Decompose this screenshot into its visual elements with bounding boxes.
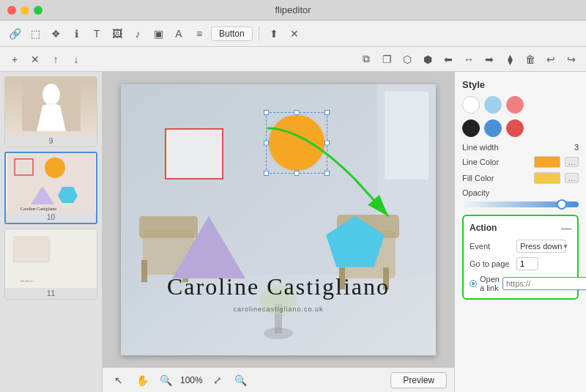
copy-icon[interactable]: ⧉: [357, 51, 375, 68]
event-row: Event Press down Press up Mouse over: [470, 240, 571, 253]
window-controls[interactable]: [7, 6, 42, 15]
cursor-tool[interactable]: ↖: [110, 371, 127, 389]
text-icon[interactable]: T: [88, 25, 105, 42]
preview-button[interactable]: Preview: [390, 372, 447, 388]
swatch-blue[interactable]: [484, 119, 502, 137]
line-color-preview[interactable]: [534, 156, 560, 168]
transform-icon[interactable]: ⬡: [398, 51, 416, 68]
handle-bl[interactable]: [264, 171, 269, 176]
line-color-more[interactable]: …: [565, 157, 579, 167]
canvas-area: Caroline Castigliano carolinecastigliano…: [103, 72, 454, 392]
line-width-value: 3: [561, 143, 579, 152]
handle-bm[interactable]: [294, 171, 300, 176]
add-icon[interactable]: +: [6, 51, 23, 68]
list-icon[interactable]: ≡: [190, 25, 208, 42]
page-thumb-9[interactable]: 9: [4, 76, 97, 147]
line-color-label: Line Color: [462, 158, 530, 166]
app-title: flipeditor: [275, 4, 311, 15]
slide[interactable]: Caroline Castigliano carolinecastigliano…: [121, 84, 436, 355]
page-num-11: 11: [5, 288, 97, 299]
minimize-button[interactable]: [21, 6, 29, 15]
goto-label: Go to page: [470, 259, 513, 268]
redo-icon[interactable]: ↪: [563, 51, 580, 68]
rectangle-shape[interactable]: [165, 128, 223, 180]
close-button[interactable]: [7, 6, 16, 15]
action-collapse-icon[interactable]: —: [561, 222, 571, 234]
thumb-10-image: Caroline Castigliano: [6, 153, 96, 212]
handle-ml[interactable]: [264, 140, 269, 145]
event-select-wrap[interactable]: Press down Press up Mouse over: [516, 240, 571, 253]
fit-icon[interactable]: ⤢: [209, 371, 226, 389]
zoom-in-icon[interactable]: 🔍: [232, 371, 250, 389]
opacity-handle[interactable]: [557, 199, 567, 210]
music-icon[interactable]: ♪: [129, 25, 146, 42]
swatch-red[interactable]: [506, 119, 524, 137]
selection-handles: [266, 112, 327, 174]
main-area: 9 Caroline Castigliano 10: [0, 72, 586, 392]
align-center-icon[interactable]: ↔: [460, 51, 478, 68]
delete-icon[interactable]: ✕: [26, 51, 44, 68]
right-panel: Style Line width 3 Line Color … Fill Col…: [454, 72, 586, 392]
event-select[interactable]: Press down Press up Mouse over: [516, 240, 566, 253]
goto-input[interactable]: [516, 257, 538, 270]
up-icon[interactable]: ↑: [47, 51, 64, 68]
action-header: Action —: [470, 222, 571, 234]
swatch-light-red[interactable]: [506, 96, 524, 114]
crop-icon[interactable]: ⬚: [26, 25, 44, 42]
fill-color-preview[interactable]: [534, 172, 560, 184]
goto-row: Go to page: [470, 257, 571, 270]
handle-tm[interactable]: [294, 110, 300, 115]
duplicate-icon[interactable]: ❐: [378, 51, 396, 68]
page-num-9: 9: [5, 136, 97, 147]
page-thumb-11[interactable]: De Beers 11: [4, 229, 97, 300]
image-icon[interactable]: 🖼: [108, 25, 126, 42]
handle-tr[interactable]: [324, 110, 330, 115]
handle-tl[interactable]: [264, 110, 269, 115]
maximize-button[interactable]: [34, 6, 42, 15]
thumb-9-image: [5, 77, 97, 136]
hand-tool[interactable]: ✋: [133, 371, 151, 389]
swatch-white[interactable]: [462, 96, 480, 114]
link-input[interactable]: [502, 277, 586, 290]
trash-icon[interactable]: 🗑: [522, 51, 539, 68]
zoom-out-icon[interactable]: 🔍: [157, 371, 174, 389]
swatch-light-blue[interactable]: [484, 96, 502, 114]
align-left-icon[interactable]: ⬅: [440, 51, 457, 68]
handle-mr[interactable]: [324, 140, 330, 145]
layers-icon[interactable]: ⧫: [501, 51, 519, 68]
open-link-radio[interactable]: [470, 280, 477, 287]
action-title: Action: [470, 223, 497, 233]
link-icon[interactable]: 🔗: [6, 25, 23, 42]
opacity-bar[interactable]: [462, 201, 579, 207]
down-icon[interactable]: ↓: [67, 51, 85, 68]
event-label: Event: [470, 242, 513, 251]
zoom-level: 100%: [180, 375, 203, 385]
shape-icon[interactable]: ❖: [47, 25, 64, 42]
titlebar: flipeditor: [0, 0, 586, 21]
color-swatches-row2: [462, 119, 579, 137]
svg-point-1: [42, 84, 60, 106]
transform2-icon[interactable]: ⬢: [419, 51, 437, 68]
svg-point-4: [45, 158, 65, 178]
info-icon[interactable]: ℹ: [67, 25, 85, 42]
box-icon[interactable]: ▣: [149, 25, 167, 42]
close-icon[interactable]: ✕: [286, 25, 303, 42]
main-toolbar: 🔗 ⬚ ❖ ℹ T 🖼 ♪ ▣ A ≡ Button ⬆ ✕: [0, 21, 586, 47]
svg-rect-14: [385, 92, 429, 180]
swatch-black[interactable]: [462, 119, 480, 137]
line-color-row: Line Color …: [462, 156, 579, 168]
page-thumb-10[interactable]: Caroline Castigliano 10: [4, 152, 97, 224]
letter-a-icon[interactable]: A: [170, 25, 188, 42]
upload-icon[interactable]: ⬆: [265, 25, 283, 42]
button-tool[interactable]: Button: [211, 26, 253, 41]
style-panel-title: Style: [462, 79, 579, 90]
page-num-10: 10: [6, 212, 96, 223]
handle-br[interactable]: [324, 171, 330, 176]
align-right-icon[interactable]: ➡: [481, 51, 498, 68]
triangle-shape[interactable]: [172, 216, 245, 278]
line-width-row: Line width 3: [462, 143, 579, 152]
secondary-toolbar: + ✕ ↑ ↓ ⧉ ❐ ⬡ ⬢ ⬅ ↔ ➡ ⧫ 🗑 ↩ ↪: [0, 47, 586, 72]
canvas-inner[interactable]: Caroline Castigliano carolinecastigliano…: [103, 72, 454, 367]
fill-color-more[interactable]: …: [565, 173, 579, 183]
undo-icon[interactable]: ↩: [542, 51, 560, 68]
